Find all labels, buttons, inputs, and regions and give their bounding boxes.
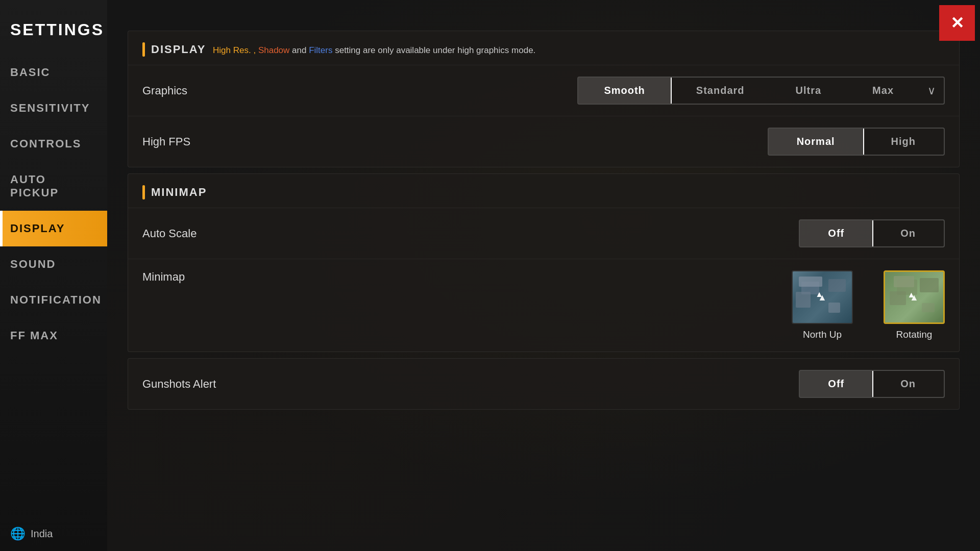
auto-scale-row: Auto Scale Off On [128, 208, 959, 259]
graphics-ultra-btn[interactable]: Ultra [770, 78, 847, 104]
graphics-toggle-group: Smooth Standard Ultra Max ∨ [577, 77, 945, 105]
region-selector[interactable]: 🌐 India [0, 516, 107, 551]
high-fps-label: High FPS [142, 135, 190, 148]
display-subtitle: High Res. , Shadow and Filters setting a… [213, 45, 535, 55]
subtitle-suffix: setting are only available under high gr… [335, 45, 535, 55]
graphics-max-btn[interactable]: Max [847, 78, 919, 104]
minimap-label: Minimap [142, 270, 185, 284]
minimap-north-up-option[interactable]: ▲ North Up [792, 270, 853, 340]
graphics-more-icon[interactable]: ∨ [919, 84, 944, 97]
sidebar: SETTINGS BASIC SENSITIVITY CONTROLS AUTO… [0, 0, 107, 551]
graphics-label: Graphics [142, 84, 187, 97]
minimap-card: MINIMAP Auto Scale Off On Minimap [128, 173, 960, 352]
graphics-row: Graphics Smooth Standard Ultra Max ∨ [128, 65, 959, 116]
gunshots-label: Gunshots Alert [142, 378, 216, 391]
gunshots-card: Gunshots Alert Off On [128, 358, 960, 410]
settings-title: SETTINGS [0, 10, 107, 55]
gunshots-on-btn[interactable]: On [872, 371, 944, 397]
minimap-rotating-label: Rotating [896, 329, 933, 340]
sidebar-item-display[interactable]: DISPLAY [0, 211, 107, 246]
graphics-smooth-btn[interactable]: Smooth [577, 77, 671, 105]
fps-toggle-group: Normal High [768, 128, 945, 156]
sidebar-item-ff-max[interactable]: FF MAX [0, 318, 107, 354]
auto-scale-off-btn[interactable]: Off [799, 219, 873, 247]
minimap-north-up-thumb: ▲ [792, 270, 853, 324]
globe-icon: 🌐 [10, 527, 26, 541]
display-card: DISPLAY High Res. , Shadow and Filters s… [128, 31, 960, 167]
display-title: DISPLAY High Res. , Shadow and Filters s… [151, 43, 535, 56]
header-bar-accent [142, 42, 145, 57]
minimap-title: MINIMAP [151, 186, 207, 199]
region-label: India [31, 528, 53, 540]
graphics-standard-btn[interactable]: Standard [671, 78, 770, 104]
minimap-header: MINIMAP [128, 174, 959, 208]
display-header: DISPLAY High Res. , Shadow and Filters s… [128, 31, 959, 65]
minimap-header-bar [142, 185, 145, 199]
sidebar-item-sound[interactable]: SOUND [0, 246, 107, 282]
high-fps-row: High FPS Normal High [128, 116, 959, 167]
fps-high-btn[interactable]: High [863, 129, 944, 155]
minimap-rotating-thumb: ▲ [884, 270, 945, 324]
sidebar-item-controls[interactable]: CONTROLS [0, 126, 107, 162]
minimap-north-up-label: North Up [803, 329, 842, 340]
highlight-shadow: Shadow [258, 45, 289, 55]
sidebar-item-auto-pickup[interactable]: AUTO PICKUP [0, 162, 107, 211]
gunshots-off-btn[interactable]: Off [799, 370, 873, 398]
main-content: DISPLAY High Res. , Shadow and Filters s… [107, 0, 980, 551]
auto-scale-toggle-group: Off On [799, 219, 945, 247]
auto-scale-label: Auto Scale [142, 227, 197, 240]
highlight-filters: Filters [309, 45, 332, 55]
auto-scale-on-btn[interactable]: On [872, 220, 944, 246]
subtitle-and: and [292, 45, 309, 55]
close-icon: ✕ [950, 13, 964, 33]
gunshots-row: Gunshots Alert Off On [128, 359, 959, 409]
sidebar-item-notification[interactable]: NOTIFICATION [0, 282, 107, 318]
minimap-option-row: Minimap ▲ North Up [128, 259, 959, 352]
fps-normal-btn[interactable]: Normal [768, 128, 864, 156]
minimap-rotating-option[interactable]: ▲ Rotating [884, 270, 945, 340]
sidebar-item-basic[interactable]: BASIC [0, 55, 107, 90]
gunshots-toggle-group: Off On [799, 370, 945, 398]
sidebar-item-sensitivity[interactable]: SENSITIVITY [0, 90, 107, 126]
highlight-highres: High Res. , [213, 45, 256, 55]
close-button[interactable]: ✕ [939, 5, 975, 41]
minimap-options: ▲ North Up ▲ [792, 270, 945, 340]
